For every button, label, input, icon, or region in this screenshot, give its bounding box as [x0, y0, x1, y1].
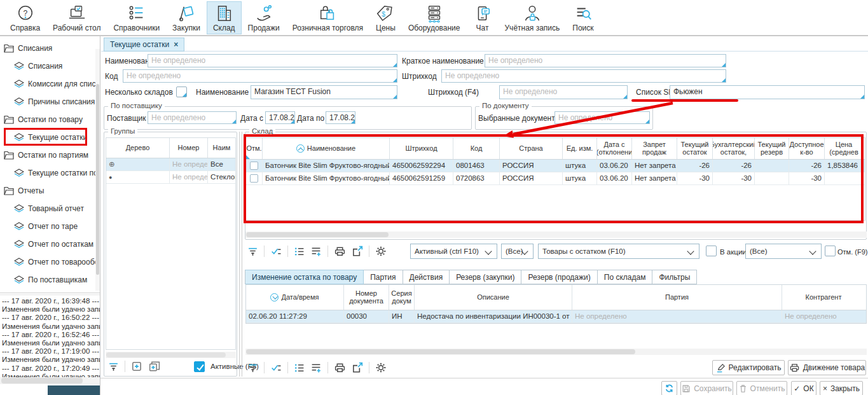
- toolbar-item-search[interactable]: Поиск: [566, 1, 600, 34]
- toolbar-item-catalogs[interactable]: Справочники: [107, 1, 166, 34]
- gear-icon[interactable]: [375, 362, 387, 373]
- warehouse-col-available[interactable]: Доступное к-во: [789, 138, 825, 159]
- code-input[interactable]: Не определено: [123, 69, 397, 83]
- warehouse-hscrollbar[interactable]: [245, 232, 867, 238]
- detail-hscrollbar-thumb[interactable]: [246, 349, 635, 354]
- refresh-button[interactable]: [661, 381, 677, 395]
- detail-col-counterparty[interactable]: Контрагент: [782, 285, 865, 310]
- gear-icon[interactable]: [375, 246, 387, 257]
- sidebar-item-komissii[interactable]: Комиссии для списа: [14, 76, 100, 92]
- warehouse-row[interactable]: Батончик Bite Slim Фруктово-ягодный 4650…: [246, 160, 865, 172]
- sidebar-item-ostatki-po-tovaru-folder[interactable]: Остатки по товару: [4, 112, 83, 127]
- sidebar-item-prichiny[interactable]: Причины списания: [14, 94, 95, 109]
- warehouse-col-accounting[interactable]: Бухгалтерский остаток,: [713, 138, 755, 159]
- warehouse-row[interactable]: Батончик Bite Slim Фруктово-ягодный 4650…: [246, 172, 865, 185]
- stock-filter-dropdown[interactable]: Товары с остатком (F10): [538, 244, 699, 259]
- sidebar-scrollbar[interactable]: [95, 49, 100, 291]
- log-scrollbar-thumb[interactable]: [1, 378, 83, 384]
- warehouse-col-ban[interactable]: Запрет продаж: [632, 138, 677, 159]
- toolbar-item-purchases[interactable]: Закупки: [166, 1, 207, 34]
- active-f5-checkbox[interactable]: [194, 361, 205, 372]
- sidebar-item-otchet-po-tovarooborotu[interactable]: Отчет по товарообо: [14, 254, 99, 270]
- groups-hscrollbar[interactable]: [106, 352, 236, 358]
- tab-batch[interactable]: Партия: [364, 270, 403, 284]
- sidebar-item-tovarny-otchet[interactable]: Товарный отчет: [14, 201, 84, 216]
- add-list-icon[interactable]: [310, 246, 322, 257]
- toolbar-item-desktop[interactable]: Рабочий стол: [46, 1, 107, 34]
- goods-movement-button[interactable]: Движение товара: [788, 360, 866, 375]
- detail-row[interactable]: 02.06.20 11:27:29 00030 ИН Недостача по …: [246, 310, 866, 323]
- warehouse-col-price[interactable]: Цена (среднев: [825, 138, 863, 159]
- tab-current-stock[interactable]: Текущие остатки ×: [104, 38, 184, 52]
- warehouse-col-date[interactable]: Дата с (отклонени: [597, 138, 632, 159]
- splitter[interactable]: [242, 132, 242, 377]
- detail-col-doc-number[interactable]: Номер документа: [344, 285, 389, 310]
- groups-col-tree[interactable]: Дерево: [106, 138, 170, 158]
- tab-reserve-purchase[interactable]: Резерв (закупки): [450, 270, 521, 284]
- ok-button[interactable]: ✓ ОК: [791, 381, 816, 395]
- checklist-icon[interactable]: [270, 363, 282, 373]
- tab-reserve-sales[interactable]: Резерв (продажи): [521, 270, 597, 284]
- toolbar-item-sales[interactable]: Продажи: [242, 1, 286, 34]
- warehouse-hscrollbar-thumb[interactable]: [246, 232, 389, 237]
- log-scrollbar[interactable]: [0, 377, 100, 384]
- sidebar-item-otchety-folder[interactable]: Отчеты: [4, 183, 44, 198]
- sidebar-item-tekushchie-ostatki[interactable]: Текущие остатки: [14, 130, 87, 145]
- splitter[interactable]: [239, 132, 240, 377]
- save-button[interactable]: Сохранить: [680, 381, 733, 395]
- toolbar-item-warehouse[interactable]: Склад: [207, 1, 242, 34]
- detail-col-description[interactable]: Описание: [415, 285, 572, 310]
- detail-col-batch[interactable]: Партия: [572, 285, 782, 310]
- sidebar-item-spisaniya-folder[interactable]: Списания: [4, 41, 52, 56]
- tree-node-icon[interactable]: ●: [106, 171, 170, 183]
- sidebar-item-otchet-po-ostatkam[interactable]: Отчет по остаткам: [14, 237, 93, 252]
- row-checkbox[interactable]: [250, 174, 258, 183]
- groups-row[interactable]: ● Не опреде Стеклопо: [106, 171, 235, 184]
- toolbar-item-account[interactable]: Учётная запись: [499, 1, 567, 34]
- warehouse-name-input[interactable]: Магазин ТЕСТ Fusion: [251, 85, 397, 99]
- tab-stock-change[interactable]: Изменение остатка по товару: [245, 270, 364, 284]
- toolbar-item-equipment[interactable]: Оборудование: [402, 1, 467, 34]
- multi-warehouse-checkbox[interactable]: [176, 87, 187, 97]
- filter-icon[interactable]: [108, 361, 119, 372]
- warehouse-col-reserve[interactable]: Текущий резерв: [755, 138, 789, 159]
- tab-actions[interactable]: Действия: [403, 270, 450, 284]
- numbered-list-icon[interactable]: [294, 246, 305, 257]
- print-icon[interactable]: [334, 362, 346, 373]
- sidebar-item-tekushchie-po[interactable]: Текущие остатки по: [14, 165, 98, 181]
- marked-checkbox[interactable]: [825, 246, 836, 256]
- status-dropdown[interactable]: Активный (ctrl F10): [410, 244, 497, 259]
- warehouse-col-country[interactable]: Страна: [500, 138, 563, 159]
- add-group-icon[interactable]: [148, 361, 160, 372]
- groups-hscrollbar-thumb[interactable]: [106, 352, 226, 357]
- date-from-input[interactable]: 17.08.20: [265, 111, 295, 124]
- detail-hscrollbar[interactable]: [245, 349, 867, 355]
- short-name-input[interactable]: Не определено: [485, 54, 726, 67]
- groups-row[interactable]: ⊕ Не опреде Все: [106, 158, 235, 171]
- warehouse-col-name[interactable]: Наименование: [263, 138, 390, 159]
- groups-col-name[interactable]: Наим: [208, 138, 235, 158]
- export-icon[interactable]: [352, 362, 363, 373]
- tab-filters[interactable]: Фильтры: [652, 270, 697, 284]
- tab-close-icon[interactable]: ×: [174, 40, 178, 49]
- filter-icon[interactable]: [247, 246, 258, 257]
- toolbar-item-help[interactable]: ? Справка: [4, 1, 46, 34]
- tree-expander-icon[interactable]: ⊕: [106, 158, 170, 170]
- barcode-f4-input[interactable]: Не определено: [499, 85, 628, 99]
- warehouse-col-unit[interactable]: Ед. изм.: [563, 138, 597, 159]
- supplier-input[interactable]: Не определено: [148, 111, 237, 124]
- numbered-list-icon[interactable]: [294, 363, 305, 373]
- warehouse-col-code[interactable]: Код: [453, 138, 500, 159]
- export-icon[interactable]: [352, 246, 363, 257]
- sidebar-item-po-postavshchikam[interactable]: По поставщикам: [14, 272, 87, 288]
- add-list-icon[interactable]: [310, 363, 322, 373]
- add-icon[interactable]: [131, 361, 142, 372]
- close-button[interactable]: × Закрыть: [820, 381, 863, 395]
- name-input[interactable]: Не определено: [148, 54, 397, 67]
- promo-dropdown[interactable]: (Все): [745, 244, 822, 259]
- documents-input[interactable]: Не определено: [555, 111, 650, 124]
- sidebar-item-otchet-po-tare[interactable]: Отчет по таре: [14, 219, 78, 234]
- warehouse-col-mark[interactable]: Отм.: [246, 138, 263, 159]
- tab-by-warehouses[interactable]: По складам: [598, 270, 653, 284]
- edit-button[interactable]: Редактировать: [712, 360, 785, 375]
